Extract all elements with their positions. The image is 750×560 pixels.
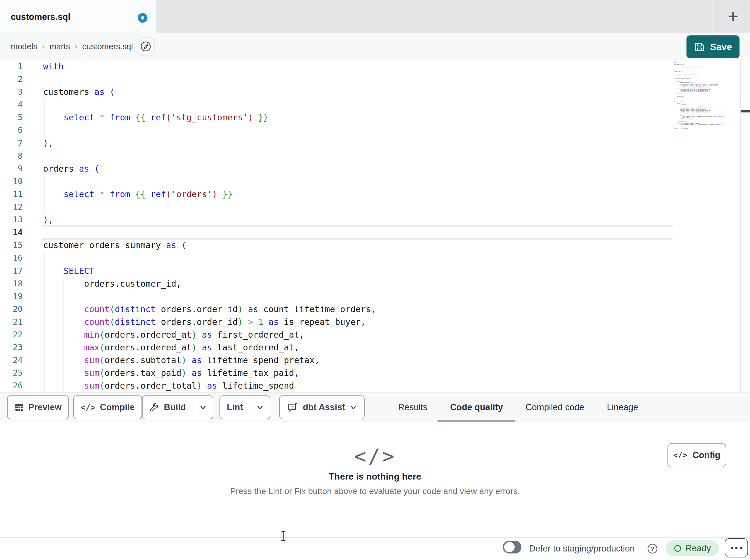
more-options-button[interactable]: [725, 538, 748, 557]
code-line[interactable]: 4: [0, 98, 750, 111]
lint-button[interactable]: Lint: [219, 395, 270, 419]
chat-sparkle-icon: [287, 401, 299, 413]
code-line[interactable]: 3customers as (: [0, 86, 750, 98]
code-line[interactable]: 12: [0, 201, 750, 213]
tab-compiled-code[interactable]: Compiled code: [526, 393, 584, 422]
line-number: 11: [0, 188, 23, 201]
tab-bar-divider: [716, 0, 716, 33]
tab-bar: customers.sql: [0, 0, 750, 33]
empty-state: </> There is nothing here Press the Lint…: [0, 422, 750, 496]
status-badge: Ready: [666, 540, 719, 556]
help-button[interactable]: ?: [647, 543, 658, 554]
build-button[interactable]: Build: [142, 395, 213, 419]
line-number: 3: [0, 86, 23, 98]
code-text: min(orders.ordered_at) as first_ordered_…: [43, 328, 304, 341]
code-line[interactable]: 26 sum(orders.order_total) as lifetime_s…: [0, 379, 750, 392]
code-line[interactable]: 13),: [0, 213, 750, 226]
text-cursor-pointer: [280, 530, 287, 542]
defer-toggle[interactable]: [503, 541, 521, 554]
lint-button-label: Lint: [227, 402, 243, 412]
plus-icon: [727, 9, 740, 23]
breadcrumb-item[interactable]: models: [11, 42, 37, 51]
code-line[interactable]: 17 SELECT: [0, 265, 750, 277]
code-text: customer_orders_summary as (: [43, 239, 186, 251]
breadcrumb-item[interactable]: marts: [50, 42, 70, 51]
tab-results[interactable]: Results: [398, 393, 427, 422]
config-button[interactable]: </> Config: [668, 443, 726, 468]
code-line[interactable]: 14: [0, 226, 750, 239]
line-number: 15: [0, 239, 23, 251]
build-dropdown[interactable]: [193, 396, 213, 419]
editor-minimap[interactable]: with customers as ( select * from {{ ref…: [674, 62, 739, 129]
code-line[interactable]: 22 min(orders.ordered_at) as first_order…: [0, 328, 750, 341]
file-navigate-button[interactable]: [137, 37, 155, 56]
code-text: SELECT: [43, 265, 94, 277]
code-text: select * from {{ ref('stg_customers') }}: [43, 111, 269, 124]
compile-button-label: Compile: [100, 402, 135, 412]
code-line[interactable]: 16: [0, 251, 750, 264]
floppy-disk-icon: [694, 41, 705, 53]
code-line[interactable]: 7),: [0, 137, 750, 149]
code-line[interactable]: 2: [0, 73, 750, 86]
indent-guide: [44, 201, 44, 213]
line-number: 4: [0, 98, 23, 111]
lint-dropdown[interactable]: [250, 396, 270, 419]
line-number: 9: [0, 162, 23, 175]
code-line[interactable]: 24 sum(orders.subtotal) as lifetime_spen…: [0, 354, 750, 367]
result-tabs: ResultsCode qualityCompiled codeLineage: [398, 393, 638, 422]
breadcrumb-separator: ›: [42, 42, 45, 51]
code-line[interactable]: 23 max(orders.ordered_at) as last_ordere…: [0, 341, 750, 354]
file-tab-customers-sql[interactable]: customers.sql: [0, 0, 156, 33]
status-bar: Defer to staging/production ? Ready: [0, 537, 750, 560]
code-text: sum(orders.order_total) as lifetime_spen…: [43, 379, 294, 392]
code-line[interactable]: 1with: [0, 60, 750, 73]
empty-state-subtitle: Press the Lint or Fix button above to ev…: [0, 486, 750, 496]
code-text: select * from {{ ref('orders') }}: [43, 188, 233, 201]
code-text: max(orders.ordered_at) as last_ordered_a…: [43, 341, 299, 354]
wrench-icon: [150, 402, 160, 412]
line-number: 17: [0, 265, 23, 277]
code-line[interactable]: 6: [0, 124, 750, 137]
code-line[interactable]: 11 select * from {{ ref('orders') }}: [0, 188, 750, 201]
code-line[interactable]: 21 count(distinct orders.order_id) > 1 a…: [0, 315, 750, 328]
dbt-assist-button-label: dbt Assist: [303, 402, 345, 412]
code-line[interactable]: 8: [0, 149, 750, 162]
code-line[interactable]: 18 orders.customer_id,: [0, 277, 750, 290]
code-line[interactable]: 20 count(distinct orders.order_id) as co…: [0, 303, 750, 315]
file-header-row: models›marts›customers.sql Save: [0, 33, 750, 60]
new-tab-button[interactable]: [723, 6, 744, 27]
tab-code-quality[interactable]: Code quality: [450, 393, 503, 422]
compass-icon: [139, 40, 152, 53]
code-line[interactable]: 9orders as (: [0, 162, 750, 175]
code-text: orders.customer_id,: [43, 277, 181, 290]
editor-toolbar: Preview </> Compile Build: [0, 392, 750, 422]
code-line[interactable]: 19: [0, 290, 750, 303]
status-badge-label: Ready: [686, 543, 711, 554]
line-number: 10: [0, 175, 23, 188]
build-button-label: Build: [164, 402, 186, 412]
code-line[interactable]: 10: [0, 175, 750, 188]
code-text: ),: [43, 213, 53, 226]
save-button[interactable]: Save: [687, 36, 739, 58]
line-number: 20: [0, 303, 23, 315]
ide-window: customers.sql models›marts›customers.sql…: [0, 0, 750, 560]
code-quality-panel: </> There is nothing here Press the Lint…: [0, 422, 750, 537]
defer-label: Defer to staging/production: [529, 538, 635, 559]
indent-guide: [44, 290, 44, 303]
breadcrumb-item[interactable]: customers.sql: [82, 42, 133, 51]
code-line[interactable]: 25 sum(orders.tax_paid) as lifetime_tax_…: [0, 367, 750, 379]
compile-button[interactable]: </> Compile: [73, 395, 142, 419]
preview-button[interactable]: Preview: [7, 395, 69, 419]
code-line[interactable]: 5 select * from {{ ref('stg_customers') …: [0, 111, 750, 124]
indent-guide: [44, 251, 44, 264]
empty-state-title: There is nothing here: [0, 471, 750, 482]
code-line[interactable]: 15customer_orders_summary as (: [0, 239, 750, 251]
line-number: 16: [0, 251, 23, 264]
config-button-label: Config: [692, 450, 720, 460]
indent-guide: [63, 290, 64, 303]
tab-lineage[interactable]: Lineage: [607, 393, 638, 422]
code-editor[interactable]: 1with23customers as (45 select * from {{…: [0, 60, 750, 392]
line-number: 12: [0, 201, 23, 213]
overview-ruler[interactable]: [741, 60, 750, 392]
dbt-assist-button[interactable]: dbt Assist: [279, 395, 364, 419]
